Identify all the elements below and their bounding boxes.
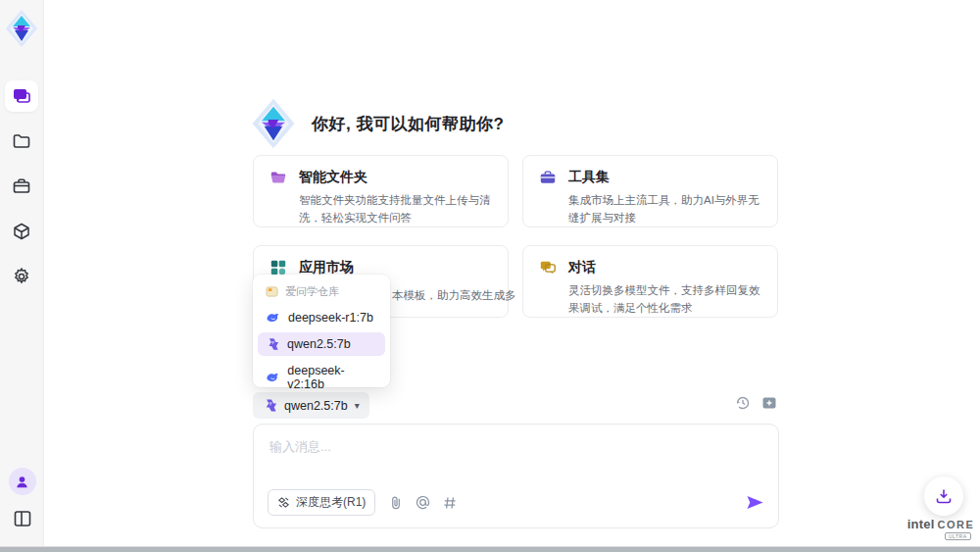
card-title: 对话 <box>568 259 596 276</box>
sidebar <box>0 0 44 546</box>
message-composer: 深度思考(R1) <box>253 424 779 528</box>
repository-icon <box>266 286 278 297</box>
mention-button[interactable] <box>416 495 430 510</box>
panel-layout-icon <box>13 510 32 527</box>
card-description: 灵活切换多模型文件，支持多样回复效果调试，满足个性化需求 <box>539 282 761 318</box>
card-title: 智能文件夹 <box>299 169 368 186</box>
greeting: 你好, 我可以如何帮助你? <box>249 96 504 151</box>
card-dialogue[interactable]: 对话 灵活切换多模型文件，支持多样回复效果调试，满足个性化需求 <box>522 245 778 318</box>
user-icon <box>15 475 29 489</box>
qwen-icon <box>266 337 279 351</box>
paperclip-icon <box>389 495 403 510</box>
hash-icon <box>443 496 457 510</box>
gear-icon <box>12 267 31 286</box>
card-description: 智能文件夹功能支持批量文件上传与清洗，轻松实现文件问答 <box>270 192 492 227</box>
model-option-deepseek-v2[interactable]: deepseek-v2:16b <box>258 359 385 396</box>
new-chat-plus-icon <box>761 395 777 411</box>
model-dropdown: 爱问学仓库 deepseek-r1:7b qwen2.5:7b deepseek… <box>253 275 390 387</box>
intel-tier-text: ULTRA <box>945 532 971 540</box>
model-option-label: qwen2.5:7b <box>287 337 351 351</box>
send-icon <box>746 494 764 511</box>
sidebar-item-folders[interactable] <box>5 125 38 157</box>
chat-icon <box>12 86 31 106</box>
chat-bubbles-icon <box>539 259 557 276</box>
user-avatar[interactable] <box>9 468 36 495</box>
intel-core-ultra-badge: intel CORE ULTRA <box>907 517 974 540</box>
attach-file-button[interactable] <box>389 495 403 510</box>
collapse-sidebar-button[interactable] <box>6 505 39 532</box>
folder-icon <box>12 131 31 151</box>
deepseek-whale-icon <box>266 312 280 324</box>
greeting-title: 你好, 我可以如何帮助你? <box>312 113 504 135</box>
intel-product-text: CORE <box>937 519 974 530</box>
chevron-down-icon: ▾ <box>355 400 360 411</box>
deep-think-label: 深度思考(R1) <box>296 494 366 511</box>
model-option-label: deepseek-v2:16b <box>287 364 377 391</box>
sidebar-item-toolbox[interactable] <box>5 171 38 202</box>
download-button[interactable] <box>924 477 963 516</box>
card-description: 集成市场上主流工具，助力AI与外界无缝扩展与对接 <box>539 192 761 227</box>
qwen-icon <box>263 398 277 413</box>
model-option-deepseek-r1[interactable]: deepseek-r1:7b <box>258 306 385 329</box>
card-title: 工具集 <box>568 169 610 186</box>
card-toolset[interactable]: 工具集 集成市场上主流工具，助力AI与外界无缝扩展与对接 <box>522 155 778 227</box>
model-selector-label: qwen2.5:7b <box>284 399 348 413</box>
briefcase-icon <box>12 176 31 196</box>
card-description: 本模板，助力高效生成多 <box>392 287 516 305</box>
deepseek-whale-icon <box>266 372 279 383</box>
sidebar-item-models[interactable] <box>5 216 38 247</box>
app-logo-icon <box>4 8 39 49</box>
intel-brand-text: intel <box>907 517 935 531</box>
card-smart-folder[interactable]: 智能文件夹 智能文件夹功能支持批量文件上传与清洗，轻松实现文件问答 <box>253 155 509 227</box>
model-group-label: 爱问学仓库 <box>285 284 339 299</box>
deep-think-icon <box>277 496 290 509</box>
history-button[interactable] <box>735 395 751 411</box>
send-button[interactable] <box>746 494 764 511</box>
new-chat-button[interactable] <box>761 395 777 411</box>
model-option-qwen[interactable]: qwen2.5:7b <box>258 332 385 356</box>
model-group: 爱问学仓库 <box>258 280 385 303</box>
model-option-label: deepseek-r1:7b <box>288 311 373 325</box>
message-input[interactable] <box>254 425 778 476</box>
deep-think-toggle[interactable]: 深度思考(R1) <box>268 489 375 516</box>
history-icon <box>735 395 751 411</box>
sidebar-item-settings[interactable] <box>5 261 38 292</box>
hashtag-button[interactable] <box>443 496 457 510</box>
folder-icon <box>270 169 287 186</box>
app-logo-icon <box>249 96 298 151</box>
window-bottom-edge <box>0 546 980 552</box>
sidebar-item-chat[interactable] <box>5 80 38 112</box>
download-icon <box>935 487 953 505</box>
cube-icon <box>12 222 31 241</box>
briefcase-icon <box>539 169 557 186</box>
model-selector[interactable]: qwen2.5:7b ▾ <box>253 392 369 419</box>
at-sign-icon <box>416 495 430 510</box>
